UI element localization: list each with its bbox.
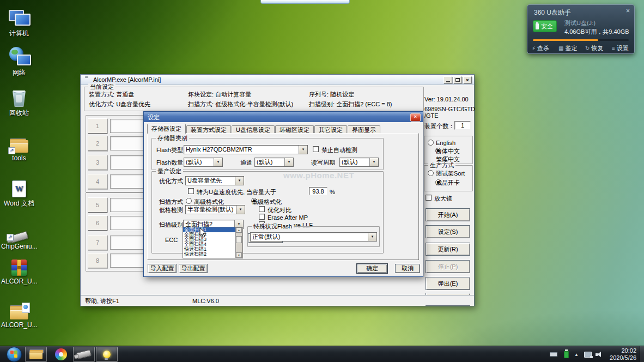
status-bar: 帮助, 请按F1 MLC:V6.0: [81, 295, 474, 305]
setting-item: 优化方式: U盘容量优先: [89, 101, 150, 107]
port-button[interactable]: 5: [88, 197, 107, 213]
port-button[interactable]: 7: [88, 235, 107, 250]
taskbar-explorer-button[interactable]: [25, 347, 47, 362]
show-desktop-button[interactable]: [640, 346, 644, 362]
verify-action-button[interactable]: ▦ 鉴定: [558, 43, 577, 53]
tab-bad-sector-settings[interactable]: 坏磁区设定: [275, 125, 314, 134]
tray-keyboard-icon[interactable]: [548, 346, 560, 362]
refresh-button[interactable]: 更新(R): [426, 243, 470, 256]
start-button[interactable]: [3, 347, 25, 362]
group-title: 存储器类别: [156, 135, 189, 141]
port-button[interactable]: 2: [88, 136, 107, 151]
list-item[interactable]: 全面扫描3: [183, 237, 237, 242]
taskbar-browser-button[interactable]: [50, 347, 72, 362]
controller-text: 6989SN-GTC/GTD: [424, 106, 475, 112]
drive-capacity: 4.06GB可用，共9.40GB: [564, 28, 629, 36]
flash-count-dropdown[interactable]: (默认)▼: [184, 158, 223, 167]
tray-volume-icon[interactable]: [594, 346, 605, 362]
scroll-down-icon[interactable]: ▼: [236, 252, 242, 258]
settings-button[interactable]: 设定(S): [426, 225, 470, 238]
desktop-icon-computer[interactable]: 计算机: [1, 7, 37, 38]
current-settings-group: 当前设定 装置方式: 普通盘 坏块设定: 自动计算容量 序列号: 随机设定 优化…: [84, 87, 424, 111]
channel-dropdown[interactable]: (默认)▼: [254, 158, 294, 167]
desktop-icon-word-doc[interactable]: Word 文档: [1, 177, 37, 208]
taskbar-chipgenius-button[interactable]: [73, 347, 95, 362]
port-button[interactable]: 1: [88, 118, 107, 134]
port-button[interactable]: 3: [88, 155, 107, 170]
tab-usb-info-settings[interactable]: U盘信息设定: [232, 125, 275, 134]
cancel-button[interactable]: 取消: [395, 264, 420, 273]
radio-label: 测试架Sort: [436, 170, 465, 177]
radio-high-level-format[interactable]: [186, 198, 192, 204]
tab-device-mode-settings[interactable]: 装置方式设定: [186, 125, 231, 134]
desktop-icon-recycle-bin[interactable]: 回收站: [1, 86, 37, 118]
taskbar-alcormp-button[interactable]: [96, 347, 118, 362]
desktop-icon-alcor-archive[interactable]: ALCOR_U...: [1, 255, 37, 285]
special-flash-dropdown[interactable]: 正常(默认)▼: [250, 232, 377, 242]
magnifier-checkbox[interactable]: [426, 195, 432, 201]
watermark-text: www.pHome.NET: [283, 171, 354, 180]
list-item[interactable]: 快速扫描2: [183, 252, 237, 257]
optimize-dropdown[interactable]: U盘容量优先▼: [185, 176, 244, 185]
tab-memory-settings[interactable]: 存储器设定: [147, 124, 186, 134]
hidden-toolbar-tab[interactable]: [260, 0, 350, 4]
tray-usb-safe-icon[interactable]: [561, 346, 571, 362]
radio-english[interactable]: [428, 140, 434, 146]
llf-detect-dropdown[interactable]: 半容量检测(默认)▼: [185, 205, 245, 214]
dialog-close-button[interactable]: ×: [410, 113, 421, 122]
desktop-icon-chipgenius[interactable]: ChipGeniu...: [1, 220, 37, 250]
speed-priority-checkbox[interactable]: [188, 188, 194, 194]
scan-action-button[interactable]: ⚡ 查杀: [532, 43, 549, 53]
clock-date: 2020/5/26: [610, 354, 636, 361]
flash-type-dropdown[interactable]: Hynix H27QDCBM2MTR▼: [184, 145, 308, 154]
desktop-icon-network[interactable]: 网络: [1, 46, 37, 77]
list-item[interactable]: 快速扫描1: [183, 247, 237, 252]
port-button[interactable]: 8: [88, 253, 107, 268]
radio-test-sort[interactable]: [428, 170, 434, 176]
dialog-titlebar[interactable]: 设定 ×: [144, 112, 423, 122]
list-item[interactable]: 全面扫描2: [183, 232, 237, 237]
tab-other-settings[interactable]: 其它设定: [314, 125, 347, 134]
radio-label: 低级格式化: [252, 198, 282, 205]
maximize-button[interactable]: [453, 76, 462, 83]
optimize-compare-checkbox[interactable]: [259, 206, 265, 212]
erase-after-mp-checkbox[interactable]: [259, 214, 265, 220]
panel-close-icon[interactable]: ×: [626, 7, 630, 15]
list-scrollbar[interactable]: ▲ ▼: [235, 227, 242, 258]
group-title: 生产方式: [428, 162, 455, 168]
port-button[interactable]: 6: [88, 215, 107, 231]
dropdown-arrow-icon: ▼: [235, 177, 244, 185]
speed-percent-field[interactable]: 93.8: [309, 187, 327, 195]
list-item[interactable]: 全面扫描1: [183, 227, 237, 232]
optimize-label: 优化方式: [159, 178, 183, 184]
taskbar-clock[interactable]: 20:02 2020/5/26: [610, 347, 636, 361]
desktop-icon-alcor-folder[interactable]: ALCOR_U...: [1, 299, 37, 329]
tray-network-icon[interactable]: [582, 346, 594, 362]
dialog-title: 设定: [148, 113, 160, 122]
port-button[interactable]: 4: [88, 174, 107, 189]
tray-expand-icon[interactable]: ▲: [572, 346, 581, 362]
tab-ui-display[interactable]: 界面显示: [348, 125, 380, 134]
minimize-button[interactable]: [443, 76, 452, 83]
eject-button[interactable]: 弹出(E): [426, 277, 470, 290]
setting-item: 扫描级别: 全面扫描2 (ECC = 8): [309, 101, 392, 107]
window-titlebar[interactable]: AlcorMP.exe [AlcorMP.ini] ×: [81, 75, 474, 85]
scroll-thumb[interactable]: [236, 236, 242, 243]
lightbulb-app-icon: [103, 351, 111, 358]
desktop-icon-tools[interactable]: tools: [1, 132, 37, 162]
setting-item: 扫描方式: 低级格式化-半容量检测(默认): [188, 101, 293, 107]
close-button[interactable]: ×: [463, 76, 472, 83]
start-button[interactable]: 开始(A): [426, 208, 470, 221]
export-config-button[interactable]: 导出配置: [179, 264, 208, 273]
list-item[interactable]: 全面扫描4: [183, 242, 237, 247]
status-help-text: 帮助, 请按F1: [85, 298, 119, 304]
import-config-button[interactable]: 导入配置: [148, 264, 177, 273]
rw-cycle-dropdown[interactable]: (默认)▼: [339, 158, 379, 167]
scroll-up-icon[interactable]: ▲: [236, 227, 242, 233]
llf-detect-label: 低格检测: [159, 207, 183, 213]
settings-action-button[interactable]: ≡ 设置: [612, 43, 629, 53]
ok-button[interactable]: 确定: [357, 264, 387, 273]
restore-action-button[interactable]: ↻ 恢复: [585, 43, 603, 53]
disable-autodetect-checkbox[interactable]: [313, 146, 319, 152]
word-document-icon: [12, 180, 26, 197]
